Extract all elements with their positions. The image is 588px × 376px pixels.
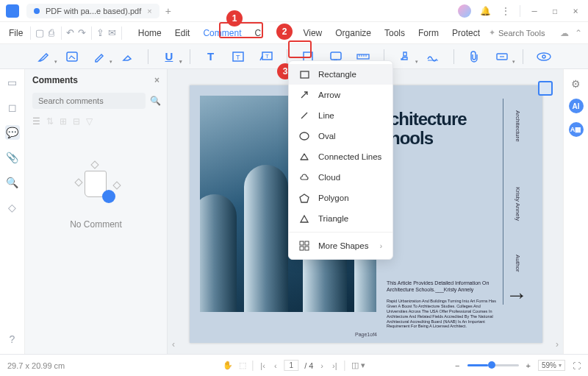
properties-icon[interactable]: ⚙ <box>571 78 581 90</box>
app-logo <box>6 4 19 18</box>
shape-oval-item[interactable]: Oval <box>289 126 392 146</box>
save-icon[interactable]: ▢ <box>35 26 44 40</box>
page-subheading: This Article Provides Detailed Informati… <box>387 280 497 293</box>
pencil-tool-icon[interactable]: ▾ <box>93 49 107 65</box>
cloud-icon[interactable]: ☁ <box>560 28 569 38</box>
layers-icon[interactable]: ◇ <box>5 200 20 215</box>
textbox-tool-icon[interactable]: T <box>231 49 245 65</box>
svg-text:T: T <box>265 53 269 60</box>
print-icon[interactable]: ⎙ <box>47 26 56 40</box>
menu-tab-organize[interactable]: Organize <box>329 25 377 41</box>
selection-indicator-icon[interactable] <box>538 81 553 96</box>
more-icon[interactable]: ⋮ <box>499 4 512 18</box>
share-icon[interactable]: ⇪ <box>96 26 104 40</box>
filter-collapse-icon[interactable]: ⊟ <box>73 116 80 127</box>
redo-icon[interactable]: ↷ <box>78 26 87 40</box>
page-number-input[interactable]: 1 <box>284 360 299 371</box>
theme-icon[interactable] <box>458 4 471 18</box>
thumbnails-icon[interactable]: ▭ <box>5 75 20 90</box>
canvas-expand-icon[interactable]: › <box>556 339 559 350</box>
menu-tab-hidden-left[interactable]: C <box>248 25 267 41</box>
zoom-slider[interactable] <box>467 364 519 366</box>
stamp-tool-icon[interactable]: ▾ <box>398 49 412 65</box>
add-tab-button[interactable]: + <box>165 5 171 17</box>
notification-icon[interactable]: 🔔 <box>478 4 492 18</box>
svg-text:T: T <box>236 54 240 61</box>
undo-icon[interactable]: ↶ <box>65 26 74 40</box>
connected-lines-icon <box>299 152 309 162</box>
hand-tool-icon[interactable]: ✋ <box>223 361 233 370</box>
svg-point-10 <box>542 55 545 58</box>
shape-cloud-item[interactable]: Cloud <box>289 167 392 188</box>
filter-expand-icon[interactable]: ⊞ <box>60 116 67 127</box>
comments-panel-icon[interactable]: 💬 <box>5 125 20 140</box>
callout-tool-icon[interactable]: T <box>259 49 273 65</box>
search-tools-input[interactable] <box>498 29 550 38</box>
comments-search-input[interactable] <box>32 93 146 109</box>
shape-line-item[interactable]: Line <box>289 105 392 126</box>
zoom-value-input[interactable]: 59%▾ <box>538 360 565 371</box>
shape-more-item[interactable]: More Shapes › <box>289 235 392 256</box>
tab-title: PDF with pa...e based).pdf <box>46 7 141 15</box>
filter-funnel-icon[interactable]: ▽ <box>86 116 93 127</box>
polygon-icon <box>299 193 309 203</box>
page-total-label: / 4 <box>304 361 313 370</box>
eraser-tool-icon[interactable] <box>120 49 135 65</box>
menu-chevron-icon[interactable]: ⌃ <box>575 28 582 38</box>
menu-tab-tools[interactable]: Tools <box>379 25 411 41</box>
attachment-tool-icon[interactable] <box>467 49 482 65</box>
triangle-icon <box>299 213 309 224</box>
first-page-button[interactable]: |‹ <box>259 361 267 370</box>
ai-doc-icon[interactable]: A▦ <box>569 122 584 137</box>
search-icon[interactable]: 🔍 <box>150 93 161 109</box>
window-maximize-button[interactable]: ☐ <box>548 4 562 18</box>
menu-file[interactable]: File <box>6 28 26 38</box>
next-page-button[interactable]: › <box>319 361 325 370</box>
prev-page-button[interactable]: ‹ <box>273 361 279 370</box>
svg-rect-11 <box>301 71 309 78</box>
link-tool-icon[interactable]: ▾ <box>495 49 509 65</box>
fit-mode-icon[interactable]: ◫ ▾ <box>351 361 365 370</box>
area-highlight-tool-icon[interactable] <box>65 49 79 65</box>
underline-tool-icon[interactable]: U▾ <box>162 49 176 65</box>
menu-tab-home[interactable]: Home <box>132 25 168 41</box>
filter-sort-icon[interactable]: ⇅ <box>46 116 54 127</box>
statusbar: 29.7 x 20.99 cm ✋ ⬚ |‹ ‹ 1 / 4 › ›| ◫ ▾ … <box>0 354 588 376</box>
fullscreen-icon[interactable]: ⛶ <box>573 361 581 370</box>
menu-tab-form[interactable]: Form <box>412 25 445 41</box>
zoom-out-button[interactable]: − <box>455 361 459 370</box>
help-icon[interactable]: ? <box>5 332 20 347</box>
canvas-collapse-icon[interactable]: ‹ <box>172 339 175 350</box>
attachments-panel-icon[interactable]: 📎 <box>5 150 20 165</box>
window-minimize-button[interactable]: — <box>528 4 541 18</box>
menu-tab-comment[interactable]: Comment <box>197 25 247 41</box>
menu-tab-view[interactable]: View <box>297 25 328 41</box>
bookmarks-icon[interactable]: ◻ <box>5 100 20 115</box>
tab-close-icon[interactable]: × <box>147 7 151 15</box>
window-close-button[interactable]: × <box>569 4 582 18</box>
svg-rect-15 <box>300 246 304 250</box>
last-page-button[interactable]: ›| <box>331 361 339 370</box>
highlight-tool-icon[interactable]: ▾ <box>37 49 51 65</box>
select-tool-icon[interactable]: ⬚ <box>239 361 246 370</box>
document-tab[interactable]: PDF with pa...e based).pdf × <box>26 4 159 18</box>
shape-arrow-item[interactable]: Arrow <box>289 85 392 105</box>
signature-tool-icon[interactable] <box>426 49 440 65</box>
shape-triangle-item[interactable]: Triangle <box>289 208 392 229</box>
filter-list-icon[interactable]: ☰ <box>32 116 40 127</box>
close-panel-icon[interactable]: × <box>154 75 159 85</box>
search-panel-icon[interactable]: 🔍 <box>5 175 20 190</box>
hide-comments-icon[interactable] <box>537 49 551 65</box>
svg-rect-16 <box>305 246 309 250</box>
shape-connected-lines-item[interactable]: Connected Lines <box>289 146 392 167</box>
mail-icon[interactable]: ✉ <box>108 26 117 40</box>
menu-tab-edit[interactable]: Edit <box>169 25 196 41</box>
ai-assistant-icon[interactable]: AI <box>569 99 584 113</box>
text-tool-icon[interactable]: T <box>204 49 218 65</box>
annotation-callout-2: 2 <box>276 24 293 40</box>
shape-rectangle-item[interactable]: Rectangle <box>289 64 392 85</box>
page-title-line2: hools <box>390 128 433 149</box>
menu-tab-protect[interactable]: Protect <box>446 25 486 41</box>
shape-polygon-item[interactable]: Polygon <box>289 188 392 208</box>
zoom-in-button[interactable]: + <box>526 361 531 370</box>
